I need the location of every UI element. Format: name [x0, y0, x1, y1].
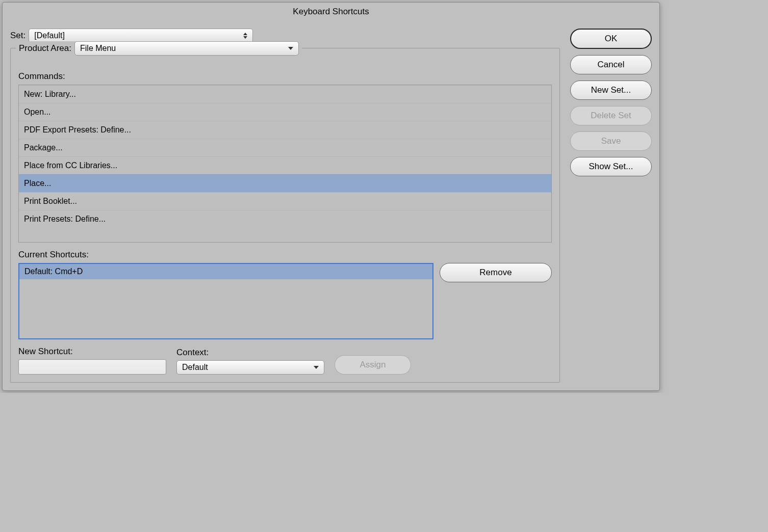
set-dropdown-value: [Default]: [34, 31, 65, 40]
save-button[interactable]: Save: [570, 131, 652, 151]
command-list-item[interactable]: New: Library...: [19, 85, 551, 103]
new-shortcut-label: New Shortcut:: [18, 347, 166, 357]
set-label: Set:: [10, 31, 25, 41]
assign-button[interactable]: Assign: [335, 355, 411, 375]
command-list-item[interactable]: Open...: [19, 103, 551, 121]
delete-set-button[interactable]: Delete Set: [570, 106, 652, 125]
product-area-dropdown[interactable]: File Menu: [74, 41, 299, 56]
ok-button[interactable]: OK: [570, 29, 652, 49]
shortcut-list-item[interactable]: Default: Cmd+D: [19, 264, 432, 279]
context-label: Context:: [176, 348, 324, 358]
new-set-button[interactable]: New Set...: [570, 81, 652, 100]
context-dropdown-value: Default: [182, 363, 208, 372]
product-area-dropdown-value: File Menu: [80, 44, 116, 53]
set-dropdown[interactable]: [Default]: [29, 29, 253, 43]
cancel-button[interactable]: Cancel: [570, 55, 652, 74]
command-list-item[interactable]: PDF Export Presets: Define...: [19, 121, 551, 139]
command-list-item[interactable]: Place...: [19, 174, 551, 192]
remove-button[interactable]: Remove: [440, 263, 552, 282]
keyboard-shortcuts-dialog: Keyboard Shortcuts Set: [Default] Produc…: [2, 2, 660, 391]
chevron-down-icon: [288, 47, 293, 50]
commands-label: Commands:: [18, 71, 552, 82]
commands-fieldset: Product Area: File Menu Commands: New: L…: [10, 48, 560, 383]
command-list-item[interactable]: Place from CC Libraries...: [19, 156, 551, 174]
chevron-down-icon: [314, 366, 319, 369]
product-area-label: Product Area:: [19, 43, 71, 54]
command-list-item[interactable]: Package...: [19, 139, 551, 156]
current-shortcuts-label: Current Shortcuts:: [18, 250, 552, 260]
chevron-updown-icon: [238, 33, 247, 39]
command-list-item[interactable]: Print Presets: Define...: [19, 210, 551, 228]
command-list-item[interactable]: Print Booklet...: [19, 192, 551, 210]
current-shortcuts-listbox[interactable]: Default: Cmd+D: [18, 263, 433, 339]
context-dropdown[interactable]: Default: [176, 360, 324, 375]
dialog-title: Keyboard Shortcuts: [3, 3, 659, 21]
new-shortcut-input[interactable]: [18, 359, 166, 375]
show-set-button[interactable]: Show Set...: [570, 157, 652, 176]
commands-listbox[interactable]: New: Library...Open...PDF Export Presets…: [18, 85, 552, 243]
